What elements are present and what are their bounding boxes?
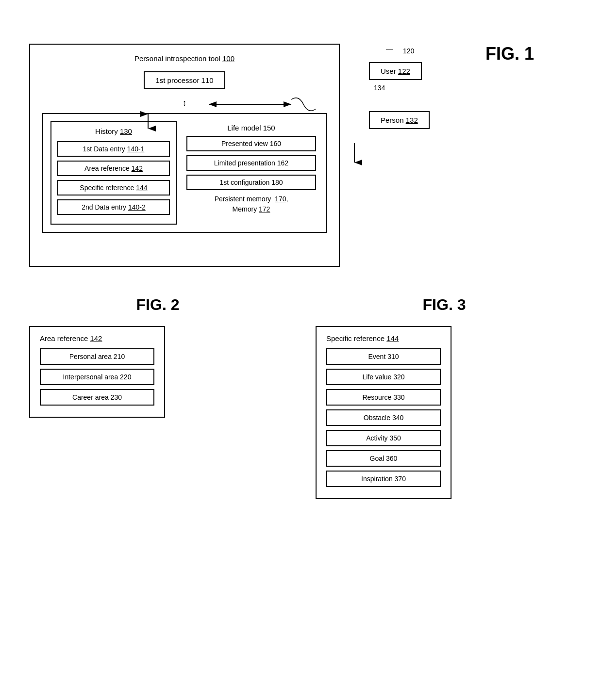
presented-view-box: Presented view 160 (186, 136, 316, 151)
career-box: Career area 230 (40, 389, 154, 406)
svg-text:—: — (386, 45, 393, 52)
person-area: Person 132 (369, 97, 430, 129)
limited-pres-box: Limited presentation 162 (186, 155, 316, 171)
event-box: Event 310 (326, 348, 441, 365)
fig2-title: Area reference 142 (40, 334, 154, 342)
figs-row: FIG. 2 Area reference 142 Personal area … (29, 296, 573, 499)
inspiration-box: Inspiration 370 (326, 471, 441, 487)
resource-box: Resource 330 (326, 389, 441, 406)
fig1-label: FIG. 1 (485, 44, 534, 64)
activity-box: Activity 350 (326, 430, 441, 446)
history-col: History 130 1st Data entry 140-1 Area re… (50, 121, 177, 225)
pit-title: Personal introspection tool 100 (42, 54, 327, 63)
inner-box: History 130 1st Data entry 140-1 Area re… (42, 113, 327, 233)
fig3-section: FIG. 3 Specific reference 144 Event 310 … (316, 296, 573, 499)
processor-box: 1st processor 110 (144, 71, 225, 89)
life-value-box: Life value 320 (326, 369, 441, 385)
fig2-section: FIG. 2 Area reference 142 Personal area … (29, 296, 286, 499)
ref-120-label: 120 (403, 47, 414, 55)
history-title: History 130 (57, 127, 170, 135)
user-area: User 122 (369, 62, 422, 80)
ref-134-label: 134 (374, 84, 385, 92)
fig3-outer-box: Specific reference 144 Event 310 Life va… (316, 326, 452, 499)
fig2-outer-box: Area reference 142 Personal area 210 Int… (29, 326, 165, 418)
fig3-label: FIG. 3 (316, 296, 573, 314)
config-box: 1st configuration 180 (186, 175, 316, 190)
data-entry-1-box: 1st Data entry 140-1 (57, 141, 170, 157)
data-entry-2-box: 2nd Data entry 140-2 (57, 199, 170, 215)
fig1-section: FIG. 1 Personal introspection tool 100 1… (29, 44, 573, 267)
processor-row: 1st processor 110 (42, 71, 327, 89)
lifemodel-title: Life model 150 (186, 124, 316, 132)
persistent-text: Persistent memory 170, Memory 172 (186, 194, 316, 214)
specific-ref-box: Specific reference 144 (57, 180, 170, 195)
fig2-label: FIG. 2 (29, 296, 286, 314)
interpersonal-box: Interpersonal area 220 (40, 369, 154, 385)
lifemodel-col: Life model 150 Presented view 160 Limite… (184, 121, 318, 225)
fig1-right: — 120 User 122 134 Person 132 (364, 44, 430, 129)
ref-120-area: — 120 (374, 44, 414, 58)
fig3-title: Specific reference 144 (326, 334, 441, 342)
area-ref-box: Area reference 142 (57, 161, 170, 176)
pit-outer-box: Personal introspection tool 100 1st proc… (29, 44, 340, 267)
ref-120-svg: — (374, 44, 403, 58)
user-box: User 122 (369, 62, 422, 80)
processor-down-arrow: ↕ (42, 98, 327, 108)
person-box: Person 132 (369, 111, 430, 129)
fig1-content: Personal introspection tool 100 1st proc… (29, 44, 573, 267)
personal-area-box: Personal area 210 (40, 348, 154, 365)
obstacle-box: Obstacle 340 (326, 409, 441, 426)
goal-box: Goal 360 (326, 450, 441, 467)
